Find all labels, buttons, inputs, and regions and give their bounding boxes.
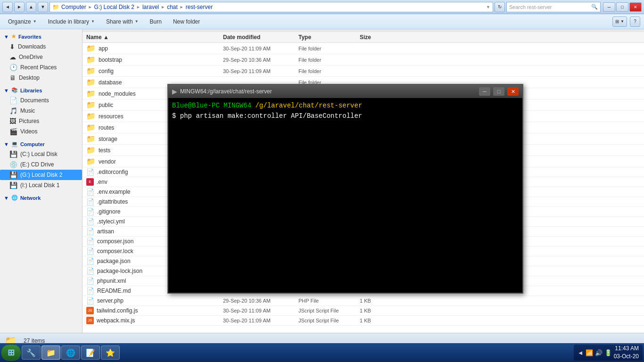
sidebar-item-music[interactable]: 🎵 Music	[0, 106, 82, 116]
forward-button[interactable]: ►	[14, 2, 25, 12]
maximize-button[interactable]: □	[616, 2, 628, 12]
sidebar-item-desktop[interactable]: 🖥 Desktop	[0, 73, 82, 83]
table-row[interactable]: JS tailwind.config.js 30-Sep-20 11:09 AM…	[83, 306, 644, 316]
table-row[interactable]: 📁bootstrap 29-Sep-20 10:36 AM File folde…	[83, 54, 644, 66]
share-arrow: ▼	[135, 19, 139, 24]
env-icon: E	[86, 178, 94, 186]
network-header[interactable]: ▼ 🌐 Network	[0, 193, 82, 203]
file-icon: 📄	[86, 277, 94, 285]
js-icon: JS	[86, 317, 94, 324]
favorites-label: Favorites	[18, 34, 41, 40]
libraries-label: Libraries	[20, 88, 42, 93]
organize-button[interactable]: Organize ▼	[4, 16, 41, 27]
file-date: 30-Sep-20 11:09 AM	[223, 318, 298, 323]
sidebar-item-pictures[interactable]: 🖼 Pictures	[0, 116, 82, 126]
local-i-icon: 💾	[9, 181, 17, 189]
taskbar-app-sublime[interactable]: 📝	[81, 346, 100, 360]
sidebar-item-cd-drive[interactable]: 💿 (E:) CD Drive	[0, 159, 82, 170]
folder-icon: 📁	[86, 146, 96, 155]
terminal-minimize-button[interactable]: ─	[479, 87, 490, 96]
file-icon: 📄	[86, 168, 94, 176]
terminal-body[interactable]: Blue@Blue-PC MINGW64 /g/laravel/chat/res…	[168, 98, 522, 293]
sidebar-item-videos[interactable]: 🎬 Videos	[0, 126, 82, 137]
videos-icon: 🎬	[9, 128, 17, 135]
file-name: config	[99, 68, 114, 74]
up-button[interactable]: ▲	[26, 2, 36, 12]
file-type: File folder	[298, 57, 360, 63]
address-bar[interactable]: 📁 Computer ► G:) Local Disk 2 ► laravel …	[50, 2, 493, 12]
back-button[interactable]: ◄	[2, 2, 13, 12]
breadcrumb-laravel[interactable]: laravel	[142, 4, 159, 10]
organize-arrow: ▼	[33, 19, 37, 24]
file-name: app	[99, 45, 108, 52]
sidebar-item-local-g[interactable]: 💾 (G:) Local Disk 2	[0, 170, 82, 180]
folder-icon: 📁	[86, 157, 96, 166]
terminal-close-button[interactable]: ✕	[507, 87, 519, 96]
minimize-button[interactable]: ─	[603, 2, 615, 12]
col-header-type[interactable]: Type	[298, 34, 360, 41]
file-name: phpunit.xml	[97, 278, 126, 284]
start-button[interactable]: ⊞	[1, 345, 21, 361]
tray-network-icon[interactable]: 📶	[586, 349, 593, 356]
sidebar-item-downloads[interactable]: ⬇ Downloads	[0, 41, 82, 52]
table-row[interactable]: JS webpack.mix.js 30-Sep-20 11:09 AM JSc…	[83, 316, 644, 326]
tray-volume-icon[interactable]: 🔊	[595, 349, 603, 356]
computer-arrow: ▼	[4, 141, 9, 147]
file-icon: 📄	[86, 188, 94, 196]
local-c-icon: 💾	[9, 150, 17, 158]
burn-button[interactable]: Burn	[146, 16, 166, 27]
computer-section: ▼ 💻 Computer 💾 (C:) Local Disk 💿 (E:) CD…	[0, 139, 82, 190]
include-library-button[interactable]: Include in library ▼	[44, 16, 99, 27]
breadcrumb-localdisk2[interactable]: G:) Local Disk 2	[94, 4, 134, 10]
breadcrumb-chat[interactable]: chat	[167, 4, 178, 10]
sidebar-item-onedrive[interactable]: ☁ OneDrive	[0, 52, 82, 62]
breadcrumb-computer[interactable]: Computer	[61, 4, 86, 10]
recent-button[interactable]: ▼	[38, 2, 48, 12]
favorites-header[interactable]: ▼ ★ Favorites	[0, 32, 82, 41]
terminal-maximize-button[interactable]: □	[493, 87, 504, 96]
help-button[interactable]: ?	[630, 16, 640, 27]
refresh-button[interactable]: ↻	[495, 2, 505, 12]
col-header-name[interactable]: Name ▲	[86, 34, 223, 41]
file-name: tailwind.config.js	[97, 307, 138, 314]
explorer-app-icon: 📁	[46, 348, 56, 357]
sidebar-item-recent[interactable]: 🕐 Recent Places	[0, 62, 82, 73]
tray-battery-icon[interactable]: 🔋	[604, 349, 612, 356]
view-button[interactable]: ⊞ ▼	[612, 16, 627, 27]
taskbar-app-explorer[interactable]: 📁	[41, 346, 60, 360]
organize-label: Organize	[8, 18, 31, 25]
sidebar-item-local-c[interactable]: 💾 (C:) Local Disk	[0, 149, 82, 159]
sidebar-item-documents[interactable]: 📄 Documents	[0, 95, 82, 106]
taskbar-app-unknown[interactable]: ⭐	[101, 346, 120, 360]
file-icon: 📄	[86, 267, 94, 275]
share-with-button[interactable]: Share with ▼	[102, 16, 143, 27]
system-tray: ◄ 📶 🔊 🔋 11:43 AM 03-Oct-20	[574, 345, 643, 361]
folder-icon: 📁	[86, 66, 96, 75]
file-type: File folder	[298, 46, 360, 51]
file-date: 29-Sep-20 10:36 AM	[223, 298, 298, 304]
breadcrumb-restserver[interactable]: rest-server	[186, 4, 213, 10]
col-header-size[interactable]: Size	[360, 34, 397, 41]
tray-arrow-icon[interactable]: ◄	[578, 349, 584, 356]
table-row[interactable]: 📁app 30-Sep-20 11:09 AM File folder	[83, 43, 644, 54]
favorites-star: ★	[11, 33, 16, 40]
libraries-header[interactable]: ▼ 📚 Libraries	[0, 85, 82, 95]
system-clock[interactable]: 11:43 AM 03-Oct-20	[614, 345, 639, 361]
table-row[interactable]: 📄server.php 29-Sep-20 10:36 AM PHP File …	[83, 296, 644, 306]
file-name: package-lock.json	[97, 268, 142, 274]
local-g-icon: 💾	[9, 171, 17, 179]
downloads-icon: ⬇	[9, 43, 15, 50]
desktop-label: Desktop	[19, 74, 40, 81]
taskbar-app-xampp[interactable]: 🔧	[22, 346, 41, 360]
computer-header[interactable]: ▼ 💻 Computer	[0, 139, 82, 149]
folder-icon: 📁	[86, 78, 96, 87]
table-row[interactable]: 📁config 30-Sep-20 11:09 AM File folder	[83, 66, 644, 77]
close-button[interactable]: ✕	[629, 2, 642, 12]
local-i-label: (I:) Local Disk 1	[20, 182, 59, 189]
new-folder-button[interactable]: New folder	[169, 16, 204, 27]
taskbar-app-chrome[interactable]: 🌐	[61, 346, 80, 360]
sidebar-item-local-i[interactable]: 💾 (I:) Local Disk 1	[0, 180, 82, 190]
search-bar[interactable]: Search rest-server 🔍	[506, 2, 601, 12]
col-header-date[interactable]: Date modified	[223, 34, 298, 41]
file-icon: 📄	[86, 297, 94, 304]
